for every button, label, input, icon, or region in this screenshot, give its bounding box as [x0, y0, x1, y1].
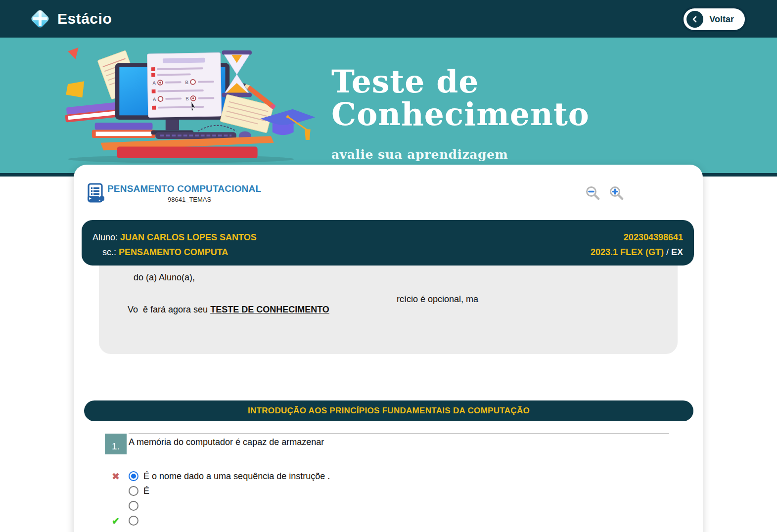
zoom-in-icon	[609, 185, 624, 200]
test-card: PENSAMENTO COMPUTACIONAL 98641_TEMAS	[74, 165, 703, 532]
zoom-out-icon	[585, 185, 600, 200]
question-divider	[129, 433, 669, 434]
estacio-logo: Estácio	[29, 7, 112, 30]
correct-answer-icon: ✔	[111, 515, 129, 527]
option-radio[interactable]	[129, 501, 138, 511]
discipline-name: PENSAMENTO COMPUTA	[119, 247, 228, 257]
instructions-emphasis: TESTE DE CONHECIMENTO	[210, 305, 329, 314]
wrong-answer-icon: ✖	[111, 471, 129, 482]
section-header-bar: INTRODUÇÃO AOS PRINCÍPIOS FUNDAMENTAIS D…	[84, 400, 693, 421]
options-list: ✖É o nome dado a uma sequência de instru…	[111, 469, 330, 528]
instructions-line-1: do (a) Aluno(a),	[134, 272, 195, 283]
student-info-right: 202304398641 2023.1 FLEX (GT) / EX	[591, 230, 683, 266]
student-name: JUAN CARLOS LOPES SANTOS	[120, 232, 257, 242]
answer-option[interactable]: É	[111, 484, 330, 498]
course-title: PENSAMENTO COMPUTACIONAL	[107, 183, 261, 194]
zoom-in-button[interactable]	[609, 185, 624, 202]
course-code: 98641_TEMAS	[168, 196, 211, 203]
back-button-label: Voltar	[709, 14, 734, 25]
option-radio[interactable]	[129, 486, 138, 496]
student-info-bar: Aluno: JUAN CARLOS LOPES SANTOS sc.: PEN…	[82, 220, 694, 266]
test-document-icon	[87, 183, 105, 204]
section-title: INTRODUÇÃO AOS PRINCÍPIOS FUNDAMENTAIS D…	[248, 406, 530, 416]
svg-text:A: A	[153, 96, 156, 102]
chevron-left-icon	[686, 11, 703, 28]
confetti-red	[68, 47, 78, 59]
aluno-label: Aluno:	[92, 232, 120, 242]
class-term: 2023.1 FLEX (GT)	[591, 247, 664, 257]
svg-text:A: A	[152, 80, 156, 86]
brand-name: Estácio	[57, 10, 112, 27]
option-radio-selected[interactable]	[129, 471, 138, 481]
zoom-controls	[585, 185, 624, 202]
answer-option[interactable]: ✔	[111, 513, 330, 528]
instructions-line-2-right: rcício é opcional, ma	[397, 294, 478, 305]
page-title: Teste de Conhecimento	[331, 65, 737, 131]
student-id: 202304398641	[624, 232, 683, 242]
option-label: É	[143, 486, 149, 496]
zoom-out-button[interactable]	[585, 185, 600, 202]
hero-banner: A B A B	[0, 38, 777, 177]
estacio-diamond-icon	[29, 7, 51, 30]
question-number-badge: 1.	[105, 434, 127, 454]
student-info-left: Aluno: JUAN CARLOS LOPES SANTOS sc.: PEN…	[92, 230, 257, 266]
exam-type: EX	[671, 247, 683, 257]
answer-option[interactable]: ✖É o nome dado a uma sequência de instru…	[111, 469, 330, 484]
discipline-label: sc.:	[102, 247, 119, 257]
option-label: É o nome dado a uma sequência de instruç…	[143, 471, 330, 482]
study-desk-illustration: A B A B	[53, 41, 323, 165]
instructions-line-2: Vo ê fará agora seu TESTE DE CONHECIMENT…	[113, 294, 329, 325]
card-header: PENSAMENTO COMPUTACIONAL 98641_TEMAS	[74, 165, 703, 220]
top-navigation-bar: Estácio Voltar	[0, 0, 777, 38]
separator: /	[664, 247, 671, 257]
page-subtitle: avalie sua aprendizagem	[331, 147, 737, 162]
instructions-box: do (a) Aluno(a), Vo ê fará agora seu TES…	[99, 266, 678, 354]
back-button[interactable]: Voltar	[684, 8, 745, 30]
svg-text:B: B	[185, 96, 189, 101]
option-radio[interactable]	[129, 516, 138, 526]
question-text: A memória do computador é capaz de armaz…	[129, 437, 324, 447]
answer-option[interactable]	[111, 498, 330, 513]
svg-text:B: B	[185, 80, 188, 85]
instructions-line-2-left: Vo ê fará agora seu	[128, 305, 210, 314]
